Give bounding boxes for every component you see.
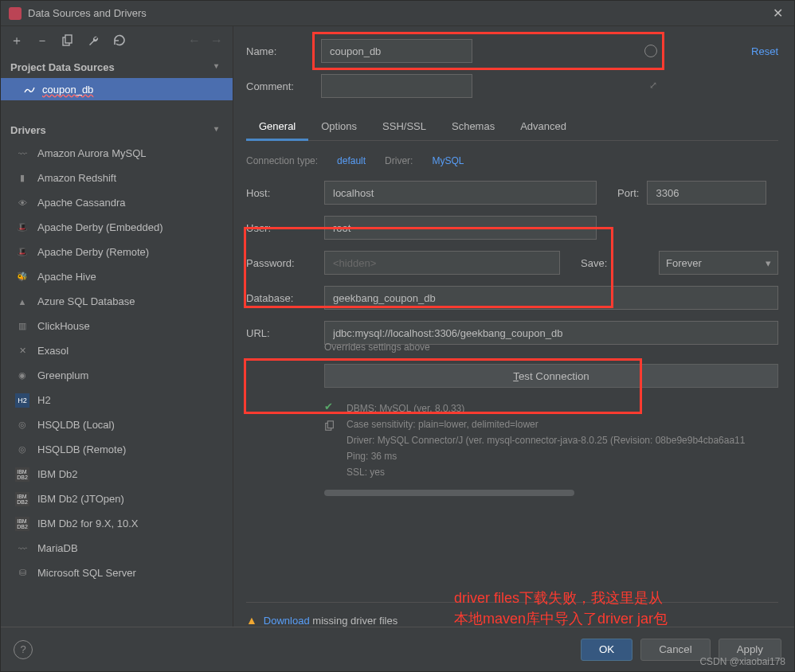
database-label: Database: <box>246 292 316 304</box>
tab-schemas[interactable]: Schemas <box>439 114 507 140</box>
comment-label: Comment: <box>246 80 311 92</box>
driver-item[interactable]: IBMDB2IBM Db2 <box>1 462 233 486</box>
url-label: URL: <box>246 327 316 339</box>
db2-icon: IBMDB2 <box>15 517 29 531</box>
aurora-icon: 〰 <box>15 147 29 161</box>
driver-link[interactable]: MySQL <box>432 155 464 166</box>
driver-item[interactable]: ▲Azure SQL Database <box>1 289 233 314</box>
driver-item[interactable]: 〰Amazon Aurora MySQL <box>1 141 233 166</box>
mysql-icon <box>23 83 36 96</box>
driver-item[interactable]: 🎩Apache Derby (Embedded) <box>1 215 233 240</box>
checkmark-icon: ✔ <box>324 400 335 412</box>
host-input[interactable] <box>324 181 597 205</box>
copy-icon[interactable] <box>60 33 76 49</box>
driver-item[interactable]: ✕Exasol <box>1 338 233 363</box>
download-link[interactable]: Download <box>264 615 310 627</box>
driver-item[interactable]: ⛁Microsoft SQL Server <box>1 561 233 585</box>
driver-item[interactable]: IBMDB2IBM Db2 for 9.X, 10.X <box>1 511 233 536</box>
status-ping: Ping: 36 ms <box>347 448 745 464</box>
status-ssl: SSL: yes <box>347 464 745 480</box>
main-panel: Name: Reset Comment: ⤢ General Options S… <box>233 26 794 627</box>
nav-forward-icon[interactable]: → <box>209 33 225 49</box>
save-select[interactable]: Forever <box>659 251 778 275</box>
remove-icon[interactable]: － <box>34 33 50 49</box>
close-icon[interactable]: ✕ <box>770 6 786 21</box>
user-input[interactable] <box>324 216 597 240</box>
hive-icon: 🐝 <box>15 270 29 284</box>
exasol-icon: ✕ <box>15 344 29 358</box>
test-connection-button[interactable]: Test Connection <box>324 364 778 388</box>
derby-icon: 🎩 <box>15 221 29 235</box>
help-icon[interactable]: ? <box>14 640 33 659</box>
driver-item[interactable]: H2H2 <box>1 388 233 412</box>
driver-item[interactable]: 🐝Apache Hive <box>1 264 233 289</box>
section-project-data-sources[interactable]: Project Data Sources <box>1 55 233 78</box>
database-input[interactable] <box>324 286 778 310</box>
copy-icon[interactable] <box>324 420 335 432</box>
color-circle-icon[interactable] <box>644 45 657 57</box>
expand-icon[interactable]: ⤢ <box>649 80 657 91</box>
dialog-footer: ? OK Cancel Apply <box>1 627 794 671</box>
sidebar: ＋ － ← → Project Data Sources coupon_db D… <box>1 26 233 627</box>
derby-icon: 🎩 <box>15 245 29 260</box>
db2-icon: IBMDB2 <box>15 467 29 482</box>
driver-item[interactable]: ◎HSQLDB (Local) <box>1 412 233 437</box>
status-driver: Driver: MySQL Connector/J (ver. mysql-co… <box>347 432 745 448</box>
app-icon <box>9 7 22 20</box>
driver-list[interactable]: 〰Amazon Aurora MySQL ▮Amazon Redshift 👁A… <box>1 141 233 627</box>
greenplum-icon: ◉ <box>15 369 29 383</box>
driver-link-label: Driver: <box>385 155 413 166</box>
mariadb-icon: 〰 <box>15 541 29 556</box>
watermark: CSDN @xiaobai178 <box>699 656 785 667</box>
name-input[interactable] <box>321 39 472 63</box>
dialog-window: Data Sources and Drivers ✕ ＋ － ← → Proje… <box>0 0 795 672</box>
tab-options[interactable]: Options <box>308 114 370 140</box>
driver-item[interactable]: 👁Apache Cassandra <box>1 190 233 215</box>
driver-item[interactable]: ▥ClickHouse <box>1 314 233 338</box>
section-drivers[interactable]: Drivers <box>1 118 233 141</box>
hsqldb-icon: ◎ <box>15 418 29 432</box>
window-title: Data Sources and Drivers <box>28 7 770 19</box>
driver-item[interactable]: ◉Greenplum <box>1 363 233 388</box>
svg-rect-3 <box>327 421 333 428</box>
comment-input[interactable] <box>321 74 472 98</box>
status-block: ✔ DBMS: MySQL (ver. 8.0.33) Case sensiti… <box>324 400 778 480</box>
scrollbar-thumb[interactable] <box>324 490 574 496</box>
driver-item[interactable]: IBMDB2IBM Db2 (JTOpen) <box>1 486 233 511</box>
content-area: ＋ － ← → Project Data Sources coupon_db D… <box>1 26 794 627</box>
port-input[interactable] <box>647 181 766 205</box>
driver-item[interactable]: ◎HSQLDB (Remote) <box>1 437 233 462</box>
ok-button[interactable]: OK <box>581 639 632 661</box>
horizontal-scrollbar[interactable] <box>324 488 778 498</box>
save-label: Save: <box>581 257 651 269</box>
password-label: Password: <box>246 257 316 269</box>
data-source-item[interactable]: coupon_db <box>1 78 233 100</box>
connection-type-row: Connection type: default Driver: MySQL <box>246 155 778 166</box>
data-source-label: coupon_db <box>42 84 93 96</box>
cassandra-icon: 👁 <box>15 196 29 210</box>
driver-item[interactable]: ▮Amazon Redshift <box>1 166 233 190</box>
host-label: Host: <box>246 187 316 199</box>
driver-item[interactable]: 〰MariaDB <box>1 536 233 561</box>
wrench-icon[interactable] <box>85 33 101 49</box>
tab-advanced[interactable]: Advanced <box>507 114 579 140</box>
url-hint: Overrides settings above <box>324 342 778 353</box>
nav-back-icon[interactable]: ← <box>186 33 202 49</box>
password-input[interactable] <box>324 251 560 275</box>
hsqldb-icon: ◎ <box>15 443 29 457</box>
reset-link[interactable]: Reset <box>751 45 778 57</box>
driver-item[interactable]: 🎩Apache Derby (Remote) <box>1 240 233 264</box>
port-label: Port: <box>617 187 639 199</box>
add-icon[interactable]: ＋ <box>9 33 25 49</box>
clickhouse-icon: ▥ <box>15 319 29 334</box>
conn-type-link[interactable]: default <box>337 155 366 166</box>
name-label: Name: <box>246 45 311 57</box>
redshift-icon: ▮ <box>15 171 29 186</box>
refresh-icon[interactable] <box>111 33 127 49</box>
tab-general[interactable]: General <box>246 114 308 140</box>
mssql-icon: ⛁ <box>15 566 29 580</box>
db2-icon: IBMDB2 <box>15 492 29 506</box>
driver-files-message: ▲ Download missing driver files <box>246 602 778 627</box>
h2-icon: H2 <box>15 393 29 408</box>
tab-ssh-ssl[interactable]: SSH/SSL <box>370 114 439 140</box>
